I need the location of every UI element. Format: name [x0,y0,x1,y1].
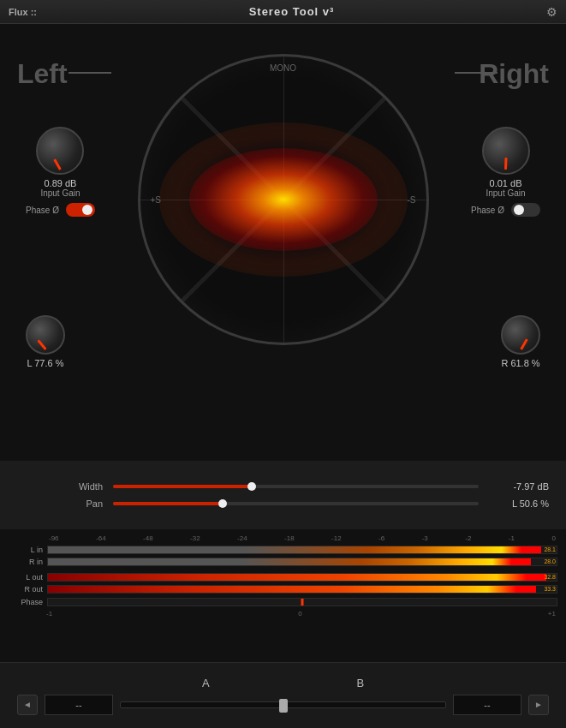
left-phase-toggle[interactable] [66,203,95,217]
scale-label-32: -32 [190,534,200,542]
preset-b-label: B [356,677,364,689]
scale-label-12: -12 [331,534,342,542]
gear-icon[interactable]: ⚙ [546,5,557,19]
right-input-gain-knob[interactable] [482,127,530,175]
right-phase-label: Phase Ø [471,206,504,215]
l-in-peak-value: 28.1 [544,546,556,552]
left-phase-thumb [82,205,92,215]
r-out-meter-row: R out 33.3 [9,584,557,594]
app-title: Stereo Tool v³ [249,5,335,18]
right-input-gain-knob-group: 0.01 dB Input Gain Phase Ø [471,127,540,217]
vectorscope-container: MONO L R +S -S [138,54,429,345]
r-in-peak-value: 28.0 [544,558,556,564]
left-input-gain-label: Input Gain [40,188,80,198]
l-in-bar-container: 28.1 [47,546,557,554]
vectorscope: MONO L R +S -S [138,54,429,345]
l-out-bar [48,574,546,581]
left-line [69,72,111,74]
right-phase-row: Phase Ø [471,203,540,217]
preset-left-arrow-btn[interactable]: ◄ [17,695,38,715]
left-channel-label: Left [17,58,68,90]
pan-slider-thumb[interactable] [218,499,227,508]
l-out-bar-container: 32.8 [47,573,557,582]
left-input-gain-value: 0.89 dB [45,178,77,188]
width-slider-fill [113,485,252,488]
header: Flux :: Stereo Tool v³ ⚙ [0,0,566,24]
preset-labels-row: A B [0,677,566,689]
right-phase-thumb [514,205,524,215]
r-out-bar-container: 33.3 [47,585,557,594]
r-in-meter-row: R in 28.0 [9,557,557,567]
scale-label-24: -24 [237,534,247,542]
right-phase-toggle[interactable] [511,203,540,217]
r-in-bar [48,558,531,565]
phase-scale-row: -1 0 +1 [9,610,557,618]
r-out-peak-value: 33.3 [544,586,556,592]
r-out-bar [48,586,536,593]
l-in-bar [48,546,541,553]
width-label: Width [69,481,103,492]
meter-scale-row: -96 -64 -48 -32 -24 -18 -12 -6 -3 -2 -1 … [47,534,557,542]
width-slider-value: -7.97 dB [489,481,549,492]
phase-scale-left: -1 [46,610,52,618]
l-in-label: L in [9,546,47,554]
pan-slider-fill [113,502,223,505]
left-level-knob-group: L 77.6 % [26,315,65,368]
width-slider-track[interactable] [113,485,479,488]
l-out-label: L out [9,573,47,582]
pan-slider-row: Pan L 50.6 % [69,498,549,509]
width-slider-thumb[interactable] [247,482,256,491]
phase-meter-row: Phase [9,596,557,608]
phase-indicator [301,599,304,606]
sliders-area: Width -7.97 dB Pan L 50.6 % [0,461,566,529]
preset-right-arrow-btn[interactable]: ► [528,695,549,715]
main-area: Left Right MONO L R +S -S 0.89 dB Input … [0,24,566,461]
scale-label-96: -96 [49,534,59,542]
phase-bar-container [47,598,557,606]
left-input-gain-knob[interactable] [36,127,84,175]
left-input-gain-knob-group: 0.89 dB Input Gain Phase Ø [26,127,95,217]
meter-scale-labels: -96 -64 -48 -32 -24 -18 -12 -6 -3 -2 -1 … [47,534,557,542]
scale-label-64: -64 [96,534,106,542]
l-in-meter-row: L in 28.1 [9,545,557,555]
scale-label-3: -3 [422,534,428,542]
scale-label-48: -48 [143,534,153,542]
left-phase-label: Phase Ø [26,206,59,215]
scale-label-2: -2 [465,534,471,542]
meter-area: -96 -64 -48 -32 -24 -18 -12 -6 -3 -2 -1 … [0,529,566,662]
preset-bar-row: ◄ ► [0,695,566,715]
right-input-gain-label: Input Gain [486,188,525,198]
right-channel-label: Right [479,58,549,90]
right-input-gain-value: 0.01 dB [490,178,522,188]
scale-label-1: -1 [509,534,515,542]
right-line [455,72,497,74]
phase-scale-right: +1 [548,610,556,618]
preset-a-name-field[interactable] [45,695,113,715]
preset-ab-slider[interactable] [120,701,446,708]
right-level-knob[interactable] [501,315,540,355]
left-level-value: L 77.6 % [27,358,63,368]
scale-label-18: -18 [284,534,295,542]
l-out-peak-value: 32.8 [544,574,556,580]
right-level-knob-group: R 61.8 % [501,315,540,368]
pan-slider-track[interactable] [113,502,479,505]
scale-label-6: -6 [378,534,384,542]
phase-label: Phase [9,598,47,606]
r-in-bar-container: 28.0 [47,558,557,566]
r-out-label: R out [9,585,47,594]
preset-ab-thumb[interactable] [279,699,288,713]
vs-flame [189,148,378,251]
preset-a-label: A [202,677,210,689]
l-out-meter-row: L out 32.8 [9,572,557,582]
scale-label-0: 0 [551,534,555,542]
preset-area: A B ◄ ► [0,662,566,728]
left-level-knob[interactable] [26,315,65,355]
right-level-value: R 61.8 % [501,358,539,368]
phase-scale-mid: 0 [298,610,301,618]
preset-b-name-field[interactable] [453,695,521,715]
r-in-label: R in [9,558,47,566]
flux-label: Flux :: [9,7,37,17]
pan-slider-value: L 50.6 % [489,498,549,509]
width-slider-row: Width -7.97 dB [69,481,549,492]
left-phase-row: Phase Ø [26,203,95,217]
